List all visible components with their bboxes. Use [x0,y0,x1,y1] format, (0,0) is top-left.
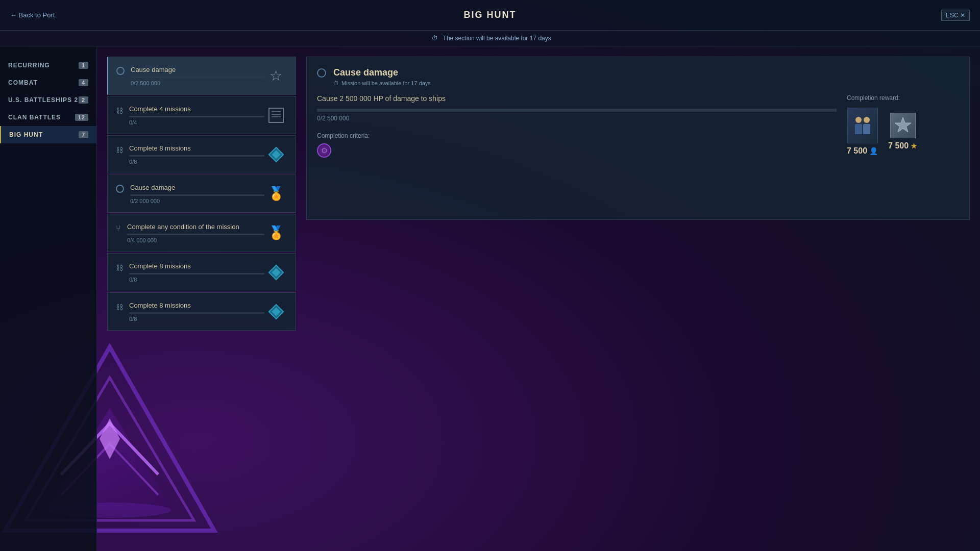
detail-body: Cause 2 500 000 HP of damage to ships 0/… [317,94,959,158]
mission-1-progress-text: 0/2 500 000 [131,80,264,86]
avatar-head-2 [864,117,870,123]
avatar-body-2 [863,124,870,134]
reward-avatar-icon: 👤 [869,147,878,155]
mission-6-icon: ⛓ [116,263,123,272]
mission-item-3-left: ⛓ Complete 8 missions 0/8 [116,144,264,165]
sidebar-item-combat[interactable]: COMBAT 4 [0,74,96,91]
mission-item-2-left: ⛓ Complete 4 missions 0/4 [116,105,264,126]
availability-text: The section will be available for 17 day… [443,35,551,42]
clock-icon: ⏱ [432,35,438,42]
sidebar-item-us-battleships[interactable]: U.S. BATTLESHIPS 2 2 [0,91,96,109]
mission-3-progress-text: 0/8 [129,159,264,165]
sidebar-badge-us-battleships: 2 [79,96,88,104]
sidebar-item-big-hunt[interactable]: BIG HUNT 7 [0,126,96,143]
reward-items: 7 500 👤 7 500 [847,108,959,156]
mission-1-progress-bar-container [131,77,264,78]
mission-detail-panel: Cause damage ⏱ Mission will be available… [306,57,970,220]
svg-marker-15 [895,117,911,132]
page-title: BIG HUNT [464,10,517,20]
reward-star-value: 7 500 ★ [888,141,917,151]
avatar-body-1 [855,124,862,134]
mission-6-progress-bar-container [129,273,264,274]
mission-1-text: Cause damage 0/2 500 000 [131,66,264,86]
mission-2-icon: ⛓ [116,106,123,115]
mission-3-text: Complete 8 missions 0/8 [129,144,264,165]
link-icon-7: ⛓ [116,303,123,311]
circle-icon-4 [116,185,124,193]
mission-5-name: Complete any condition of the mission [127,223,264,231]
mission-6-text: Complete 8 missions 0/8 [129,262,264,283]
mission-4-icon [116,185,124,193]
mission-5-text: Complete any condition of the mission 0/… [127,223,264,243]
mission-item-2[interactable]: ⛓ Complete 4 missions 0/4 [107,96,296,134]
mission-6-name: Complete 8 missions [129,262,264,270]
mission-5-progress-text: 0/4 000 000 [127,237,264,243]
reward-item-avatar: 7 500 👤 [847,108,878,156]
sidebar-label-us-battleships: U.S. BATTLESHIPS 2 [8,96,78,104]
avatar-figure-1 [855,117,862,134]
detail-header: Cause damage ⏱ Mission will be available… [317,67,959,86]
mission-item-6[interactable]: ⛓ Complete 8 missions 0/8 [107,253,296,291]
mission-item-1-left: Cause damage 0/2 500 000 [116,66,264,86]
circle-icon-1 [116,67,125,75]
mission-item-7-left: ⛓ Complete 8 missions 0/8 [116,302,264,322]
main-layout: RECURRING 1 COMBAT 4 U.S. BATTLESHIPS 2 … [0,46,980,551]
mission-1-reward: ☆ [264,64,287,87]
mission-4-progress-bar-container [130,194,264,196]
mission-item-4-left: Cause damage 0/2 000 000 [116,184,264,204]
mission-2-text: Complete 4 missions 0/4 [129,105,264,126]
mission-4-progress-text: 0/2 000 000 [130,198,264,204]
detail-circle-icon [317,68,326,78]
diamond-reward-icon-3 [266,145,286,164]
reward-label: Completion reward: [847,94,959,102]
detail-progress-bar-container [317,109,837,112]
mission-item-5[interactable]: ⑂ Complete any condition of the mission … [107,214,296,252]
sidebar-item-recurring[interactable]: RECURRING 1 [0,57,96,74]
mission-6-progress-text: 0/8 [129,277,264,283]
sidebar-label-combat: COMBAT [8,79,38,86]
star-badge-svg [893,115,913,136]
link-icon-2: ⛓ [116,107,123,115]
detail-mission-info: Cause 2 500 000 HP of damage to ships 0/… [317,94,837,158]
mission-item-4[interactable]: Cause damage 0/2 000 000 🏅 [107,174,296,213]
reward-avatar-image [847,108,878,143]
wreath-reward-icon-5: 🏅 [268,225,284,241]
reward-avatar-number: 7 500 [847,146,867,156]
esc-button[interactable]: ESC ✕ [941,10,970,21]
mission-4-text: Cause damage 0/2 000 000 [130,184,264,204]
sidebar-badge-recurring: 1 [79,62,88,69]
mission-6-reward [264,261,287,284]
mission-3-name: Complete 8 missions [129,144,264,152]
mission-7-progress-bar-container [129,312,264,314]
mission-2-progress-text: 0/4 [129,119,264,126]
sidebar-badge-clan-battles: 12 [75,114,88,121]
avatar-figures [855,117,870,134]
scroll-reward-icon [266,106,286,125]
back-to-port-link[interactable]: ← Back to Port [10,11,55,19]
sidebar: RECURRING 1 COMBAT 4 U.S. BATTLESHIPS 2 … [0,46,97,551]
mission-5-reward: 🏅 [264,221,287,244]
fork-icon-5: ⑂ [116,224,121,233]
top-bar: ← Back to Port BIG HUNT ESC ✕ [0,0,980,31]
avatar-head-1 [855,117,862,123]
avatar-figure-2 [863,117,870,134]
mission-1-icon [116,67,125,75]
sidebar-item-clan-battles[interactable]: CLAN BATTLES 12 [0,109,96,126]
mission-7-text: Complete 8 missions 0/8 [129,302,264,322]
sidebar-label-big-hunt: BIG HUNT [9,131,43,138]
reward-avatar-value: 7 500 👤 [847,146,878,156]
wreath-reward-icon-4: 🏅 [268,186,284,202]
svg-rect-5 [269,108,283,122]
link-icon-3: ⛓ [116,146,123,154]
content-area: Cause damage 0/2 500 000 ☆ ⛓ [97,46,980,551]
mission-item-7[interactable]: ⛓ Complete 8 missions 0/8 [107,292,296,331]
sidebar-label-clan-battles: CLAN BATTLES [8,114,61,121]
mission-item-6-left: ⛓ Complete 8 missions 0/8 [116,262,264,283]
mission-2-name: Complete 4 missions [129,105,264,113]
detail-availability: ⏱ Mission will be available for 17 days [333,80,959,86]
mission-5-progress-bar-container [127,234,264,235]
mission-2-reward [264,104,287,127]
mission-item-1[interactable]: Cause damage 0/2 500 000 ☆ [107,57,296,95]
mission-item-3[interactable]: ⛓ Complete 8 missions 0/8 [107,135,296,173]
reward-star-number: 7 500 [888,141,909,151]
